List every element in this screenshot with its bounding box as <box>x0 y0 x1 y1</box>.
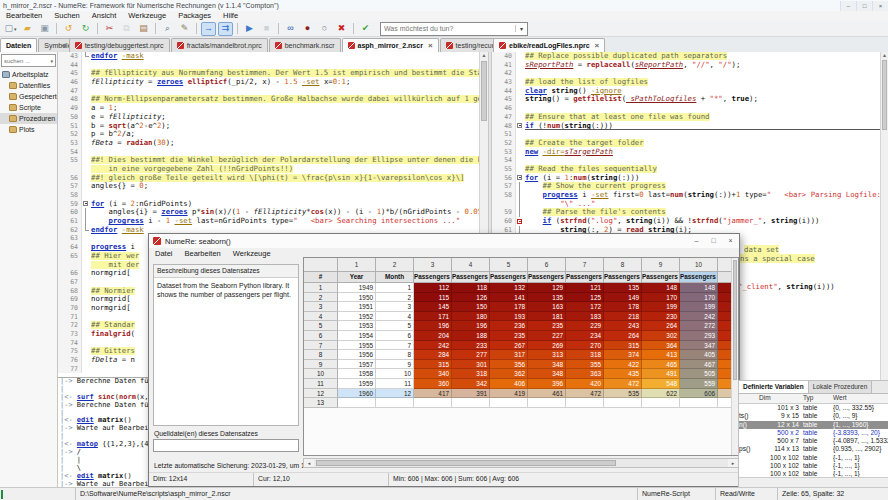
sidebar-search-combo[interactable]: ▾ <box>1 54 56 67</box>
tab-close-icon[interactable]: × <box>428 42 433 50</box>
check-syntax-button[interactable]: ✔ <box>358 22 373 36</box>
grid-cell[interactable]: 135 <box>528 293 566 303</box>
grid-cell[interactable]: 348 <box>528 360 566 370</box>
grid-cell[interactable]: 204 <box>414 331 452 341</box>
grid-cell[interactable]: 342 <box>452 379 490 389</box>
grid-cell[interactable]: 227 <box>528 331 566 341</box>
variable-row[interactable]: ps()114 x 13table{0.935, ..., 2902} <box>739 445 888 453</box>
grid-cell[interactable]: 242 <box>414 341 452 351</box>
table-row[interactable]: 919579315301356348355422465467404 <box>304 360 733 370</box>
scroll-up-icon[interactable]: ▲ <box>881 52 888 59</box>
grid-cell[interactable]: 183 <box>566 312 604 322</box>
grid-cell[interactable]: 264 <box>604 331 642 341</box>
grid-cell[interactable]: 118 <box>452 283 490 293</box>
table-row[interactable]: 419524171180193181183218230242209 <box>304 312 733 322</box>
grid-column-number[interactable] <box>304 258 338 272</box>
grid-cell[interactable]: 396 <box>528 379 566 389</box>
grid-cell[interactable]: 172 <box>566 302 604 312</box>
grid-column-number[interactable]: 6 <box>528 258 566 272</box>
menu-suchen[interactable]: Suchen <box>48 11 85 21</box>
grid-cell[interactable]: 315 <box>414 360 452 370</box>
grid-column-number[interactable]: 4 <box>452 258 490 272</box>
grid-cell[interactable]: 178 <box>490 302 528 312</box>
grid-cell[interactable]: 196 <box>414 321 452 331</box>
grid-cell[interactable]: 234 <box>566 331 604 341</box>
variable-row[interactable]: 101 x 3table{0, ..., 332.55} <box>739 404 888 412</box>
grid-cell[interactable]: 420 <box>566 379 604 389</box>
variable-row[interactable]: 500 x 2table{-3.8393, ..., 20} <box>739 429 888 437</box>
grid-cell[interactable]: 622 <box>642 389 680 399</box>
grid-cell[interactable]: 1953 <box>338 321 376 331</box>
variables-tab-lokale-prozeduren[interactable]: Lokale Prozeduren <box>809 381 873 393</box>
fold-marker[interactable] <box>516 174 525 183</box>
grid-cell[interactable]: 125 <box>566 293 604 303</box>
stop-button[interactable]: ■ <box>259 22 274 36</box>
grid-cell[interactable]: 391 <box>452 389 490 399</box>
grid-cell[interactable]: 163 <box>528 302 566 312</box>
grid-cell[interactable]: 170 <box>680 293 718 303</box>
grid-cell[interactable]: 302 <box>642 331 680 341</box>
grid-column-header[interactable]: Year <box>338 272 376 283</box>
minimize-icon[interactable]: – <box>840 1 856 11</box>
grid-cell[interactable]: 199 <box>642 302 680 312</box>
grid-column-number[interactable]: 8 <box>604 258 642 272</box>
grid-cell[interactable]: 6 <box>376 331 414 341</box>
grid-column-header[interactable]: Passengers M <box>566 272 604 283</box>
grid-cell[interactable]: 5 <box>304 321 338 331</box>
grid-cell[interactable]: 236 <box>490 321 528 331</box>
grid-column-header[interactable]: # <box>304 272 338 283</box>
grid-cell[interactable]: 1951 <box>338 302 376 312</box>
table-row[interactable]: 619546204188235227234264302293259 <box>304 331 733 341</box>
editor-tab[interactable]: benchmark.nscr <box>269 38 341 52</box>
grid-cell[interactable] <box>566 398 604 408</box>
scrollbar-thumb[interactable] <box>733 260 737 380</box>
grid-cell[interactable]: 535 <box>604 389 642 399</box>
grid-cell[interactable]: 218 <box>604 312 642 322</box>
menu-werkzeuge[interactable]: Werkzeuge <box>122 11 172 21</box>
grid-cell[interactable]: 145 <box>414 302 452 312</box>
scroll-right-icon[interactable]: ▸ <box>728 459 738 467</box>
grid-cell[interactable]: 472 <box>604 379 642 389</box>
grid-cell[interactable]: 1952 <box>338 312 376 322</box>
run-button[interactable]: ▶ <box>242 22 257 36</box>
grid-cell[interactable]: 491 <box>642 369 680 379</box>
grid-cell[interactable]: 178 <box>604 302 642 312</box>
grid-cell[interactable]: 8 <box>376 350 414 360</box>
grid-cell[interactable]: 1956 <box>338 350 376 360</box>
sidebar-search-input[interactable] <box>2 58 50 64</box>
tab-scroll-left-icon[interactable]: ◀ <box>58 39 69 52</box>
grid-column-header[interactable]: Passengers M <box>490 272 528 283</box>
chevron-down-icon[interactable]: ▾ <box>50 58 55 64</box>
variable-row[interactable]: 100 x 102table{-1, ..., 1} <box>739 454 888 462</box>
grid-cell[interactable]: 150 <box>452 302 490 312</box>
grid-cell[interactable]: 115 <box>414 293 452 303</box>
grid-cell[interactable]: 170 <box>642 293 680 303</box>
grid-column-number[interactable]: 9 <box>642 258 680 272</box>
grid-cell[interactable]: 112 <box>414 283 452 293</box>
grid-cell[interactable]: 148 <box>680 283 718 293</box>
grid-column-number[interactable]: 2 <box>376 258 414 272</box>
grid-column-number[interactable]: 1 <box>338 258 376 272</box>
grid-cell[interactable]: 472 <box>566 389 604 399</box>
grid-cell[interactable]: 548 <box>642 379 680 389</box>
grid-cell[interactable] <box>376 398 414 408</box>
table-window-menu-bearbeiten[interactable]: Bearbeiten <box>179 249 227 259</box>
grid-column-number[interactable]: 5 <box>490 258 528 272</box>
minimize-icon[interactable]: – <box>688 235 705 247</box>
grid-cell[interactable]: 1958 <box>338 369 376 379</box>
grid-cell[interactable] <box>528 398 566 408</box>
table-window-titlebar[interactable]: NumeRe: seaborn() –□× <box>149 234 739 249</box>
grid-cell[interactable]: 270 <box>566 341 604 351</box>
maximize-icon[interactable]: □ <box>856 1 872 11</box>
sidebar-item-plots[interactable]: Plots <box>0 124 57 135</box>
grid-cell[interactable]: 348 <box>528 369 566 379</box>
grid-cell[interactable]: 199 <box>680 302 718 312</box>
paste-button[interactable]: ▤ <box>136 22 151 36</box>
grid-cell[interactable]: 10 <box>376 369 414 379</box>
grid-cell[interactable]: 559 <box>680 379 718 389</box>
grid-cell[interactable]: 417 <box>414 389 452 399</box>
grid-cell[interactable]: 318 <box>566 350 604 360</box>
editor-tab[interactable]: fractals/mandelbrot.nprc <box>171 38 268 52</box>
grid-cell[interactable]: 3 <box>304 302 338 312</box>
source-files-input[interactable] <box>153 439 299 452</box>
